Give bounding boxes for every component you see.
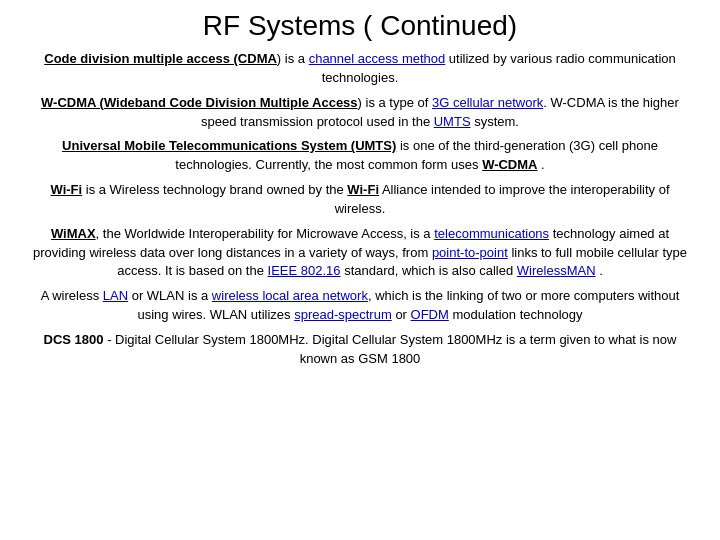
wirelessman-link: WirelessMAN (517, 263, 596, 278)
umts-paragraph: Universal Mobile Telecommunications Syst… (30, 137, 690, 175)
page-title: RF Systems ( Continued) (203, 10, 517, 42)
wifi-term: Wi-Fi (50, 182, 82, 197)
wimax-term: WiMAX (51, 226, 96, 241)
dcs1800-paragraph: DCS 1800 - Digital Cellular System 1800M… (30, 331, 690, 369)
p2p-link: point-to-point (432, 245, 508, 260)
wlan-paragraph: A wireless LAN or WLAN is a wireless loc… (30, 287, 690, 325)
wimax-paragraph: WiMAX, the Worldwide Interoperability fo… (30, 225, 690, 282)
umts-link1: UMTS (434, 114, 471, 129)
3g-cellular-link: 3G cellular network (432, 95, 543, 110)
wifi-paragraph: Wi-Fi is a Wireless technology brand own… (30, 181, 690, 219)
wlan-link: wireless local area network (212, 288, 368, 303)
spread-spectrum-link: spread-spectrum (294, 307, 392, 322)
lan-link: LAN (103, 288, 128, 303)
umts-term: Universal Mobile Telecommunications Syst… (62, 138, 396, 153)
cdma-paragraph: Code division multiple access (CDMA) is … (30, 50, 690, 88)
wifi-alliance-link: Wi-Fi (347, 182, 379, 197)
wcdma-paragraph: W-CDMA (Wideband Code Division Multiple … (30, 94, 690, 132)
channel-access-link: channel access method (309, 51, 446, 66)
content-area: Code division multiple access (CDMA) is … (30, 50, 690, 375)
page: RF Systems ( Continued) Code division mu… (0, 0, 720, 540)
wcdma-link2: W-CDMA (482, 157, 537, 172)
cdma-term: Code division multiple access (CDMA (44, 51, 277, 66)
ofdm-link: OFDM (411, 307, 449, 322)
dcs1800-term: DCS 1800 (44, 332, 104, 347)
ieee-link: IEEE 802.16 (268, 263, 341, 278)
wcdma-term: W-CDMA (Wideband Code Division Multiple … (41, 95, 357, 110)
telecom-link: telecommunications (434, 226, 549, 241)
